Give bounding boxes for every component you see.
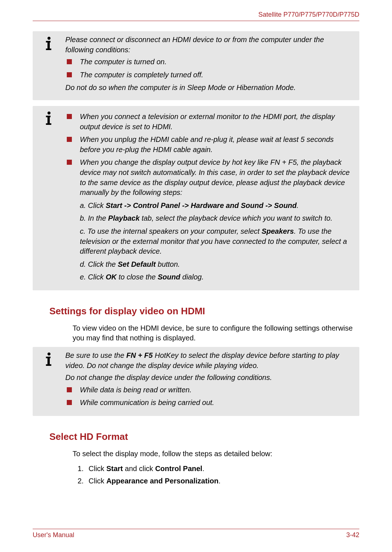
- info-icon-col: [33, 35, 65, 51]
- page-footer: User's Manual 3-42: [33, 529, 359, 539]
- info-icon: [41, 110, 57, 126]
- note-block-3: Be sure to use the FN + F5 HotKey to sel…: [33, 347, 359, 416]
- note-intro: Please connect or disconnect an HDMI dev…: [65, 35, 352, 55]
- note-outro: Do not do so when the computer is in Sle…: [65, 83, 352, 93]
- list-item: When you change the display output devic…: [65, 158, 352, 282]
- note-p2: Do not change the display device under t…: [65, 373, 352, 383]
- note-content: Be sure to use the FN + F5 HotKey to sel…: [65, 351, 352, 411]
- product-model: Satellite P770/P775/P770D/P775D: [258, 11, 359, 18]
- list-item: Click Appearance and Personalization.: [86, 475, 359, 487]
- svg-point-1: [48, 111, 50, 114]
- svg-point-2: [48, 352, 50, 355]
- footer-title: User's Manual: [33, 531, 74, 539]
- info-icon: [41, 351, 57, 367]
- note-bullets: When you connect a television or externa…: [65, 112, 352, 282]
- step-a: a. Click Start -> Control Panel -> Hardw…: [80, 201, 352, 211]
- note-block-2: When you connect a television or externa…: [33, 106, 359, 290]
- list-item: When you unplug the HDMI cable and re-pl…: [65, 135, 352, 155]
- section-body: To view video on the HDMI device, be sur…: [73, 323, 359, 343]
- list-item: While data is being read or written.: [65, 385, 352, 395]
- step-d: d. Click the Set Default button.: [80, 259, 352, 270]
- page-number: 3-42: [346, 531, 359, 539]
- note-block-1: Please connect or disconnect an HDMI dev…: [33, 31, 359, 100]
- substeps: a. Click Start -> Control Panel -> Hardw…: [80, 201, 352, 282]
- numbered-list: Click Start and click Control Panel. Cli…: [73, 463, 359, 487]
- note-p1: Be sure to use the FN + F5 HotKey to sel…: [65, 351, 352, 371]
- section-body: To select the display mode, follow the s…: [73, 449, 359, 459]
- page-header: Satellite P770/P775/P770D/P775D: [33, 11, 359, 21]
- list-item: The computer is completely turned off.: [65, 70, 352, 80]
- heading-settings-hdmi: Settings for display video on HDMI: [49, 306, 359, 317]
- info-icon-col: [33, 110, 65, 126]
- step-c: c. To use the internal speakers on your …: [80, 226, 352, 257]
- info-icon: [41, 36, 57, 51]
- note-content: When you connect a television or externa…: [65, 110, 352, 285]
- svg-point-0: [48, 37, 50, 40]
- note-content: Please connect or disconnect an HDMI dev…: [65, 35, 352, 95]
- list-item: When you connect a television or externa…: [65, 112, 352, 132]
- note-bullets: The computer is turned on. The computer …: [65, 57, 352, 80]
- list-item: Click Start and click Control Panel.: [86, 463, 359, 474]
- heading-select-hd-format: Select HD Format: [49, 431, 359, 442]
- note-bullets: While data is being read or written. Whi…: [65, 385, 352, 408]
- list-item: While communication is being carried out…: [65, 398, 352, 408]
- info-icon-col: [33, 351, 65, 367]
- list-item: The computer is turned on.: [65, 57, 352, 67]
- step-b: b. In the Playback tab, select the playb…: [80, 213, 352, 224]
- step-e: e. Click OK to close the Sound dialog.: [80, 272, 352, 282]
